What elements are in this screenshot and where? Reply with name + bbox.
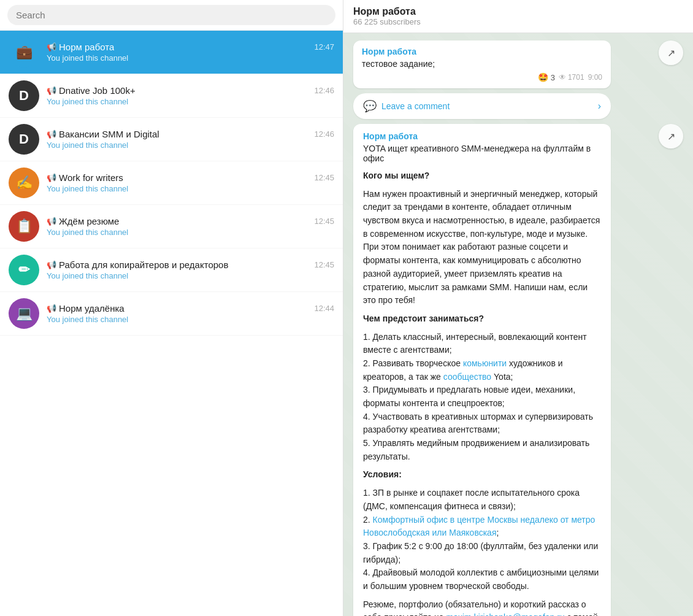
channel-info-work-writers: 📢Work for writers12:45You joined this ch… <box>47 172 334 193</box>
link-community[interactable]: комьюнити <box>463 358 507 368</box>
chat-panel: Норм работа 66 225 subscribers Норм рабо… <box>343 0 693 616</box>
channel-name-zhdem-rezyume: Ждём резюме <box>59 216 119 226</box>
megaphone-icon-dnative-job: 📢 <box>47 86 56 95</box>
message-card-1: Норм работа тестовое задание; 🤩 3 👁 1701… <box>353 40 611 88</box>
megaphone-icon-work-writers: 📢 <box>47 173 56 182</box>
msg-footer-1: 🤩 3 👁 1701 9:00 <box>362 72 602 82</box>
sidebar-item-vakansii-smm[interactable]: D📢Вакансии SMM и Digital12:46You joined … <box>0 118 343 161</box>
msg-teaser-1: тестовое задание; <box>362 59 602 69</box>
message-row-1: Норм работа тестовое задание; 🤩 3 👁 1701… <box>353 40 683 88</box>
chat-header: Норм работа 66 225 subscribers <box>343 0 693 33</box>
channel-avatar-dnative-job: D <box>9 80 39 111</box>
channel-header-work-writers: 📢Work for writers12:45 <box>47 172 334 183</box>
chevron-icon-1: › <box>598 101 601 112</box>
link-society[interactable]: сообщество <box>443 372 491 382</box>
channel-name-vakansii-smm: Вакансии SMM и Digital <box>59 129 159 139</box>
megaphone-icon-zhdem-rezyume: 📢 <box>47 217 56 226</box>
channel-time-dnative-job: 12:46 <box>314 86 334 95</box>
comment-bar-1[interactable]: 💬 Leave a comment › <box>353 93 611 119</box>
chat-subtitle: 66 225 subscribers <box>353 17 683 26</box>
channel-header-norm-udalenka: 📢Норм удалёнка12:44 <box>47 303 334 314</box>
link-office[interactable]: Комфортный офис в центре Москвы недалеко… <box>363 515 595 538</box>
channel-list: 💼📢Норм работа12:47You joined this channe… <box>0 31 343 616</box>
channel-avatar-rabota-copywriters: ✏ <box>9 255 39 285</box>
channel-time-zhdem-rezyume: 12:45 <box>314 217 334 226</box>
sidebar-item-norm-udalenka[interactable]: 💻📢Норм удалёнка12:44You joined this chan… <box>0 292 343 336</box>
channel-subtitle-work-writers: You joined this channel <box>47 184 334 193</box>
comment-icon-1: 💬 <box>363 99 377 113</box>
channel-name-dnative-job: Dnative Job 100k+ <box>59 85 136 96</box>
share-button-1[interactable]: ↗ <box>659 40 683 65</box>
msg-body-2: Кого мы ищем? Нам нужен проактивный и эн… <box>363 169 601 616</box>
search-input[interactable] <box>7 5 335 25</box>
msg-time-1: 9:00 <box>588 73 602 82</box>
megaphone-icon-rabota-copywriters: 📢 <box>47 260 56 269</box>
channel-info-norm-udalenka: 📢Норм удалёнка12:44You joined this chann… <box>47 303 334 324</box>
channel-header-zhdem-rezyume: 📢Ждём резюме12:45 <box>47 216 334 226</box>
channel-name-work-writers: Work for writers <box>59 172 123 183</box>
channel-avatar-norm-rabota: 💼 <box>9 37 39 67</box>
msg-top-1: Норм работа <box>362 47 602 56</box>
channel-subtitle-dnative-job: You joined this channel <box>47 97 334 106</box>
channel-time-rabota-copywriters: 12:45 <box>314 260 334 269</box>
eye-icon-1: 👁 <box>559 73 566 82</box>
channel-info-zhdem-rezyume: 📢Ждём резюме12:45You joined this channel <box>47 216 334 237</box>
channel-name-norm-udalenka: Норм удалёнка <box>59 303 124 314</box>
link-email[interactable]: maxim.kirichenko@megafon.ru <box>446 612 565 616</box>
msg-teaser-2: YOTA ищет креативного SMM-менеджера на ф… <box>363 144 601 163</box>
comment-bar-left-1: 💬 Leave a comment <box>363 99 450 113</box>
sidebar: 💼📢Норм работа12:47You joined this channe… <box>0 0 343 616</box>
message-card-2: Норм работа YOTA ищет креативного SMM-ме… <box>353 124 611 616</box>
channel-header-norm-rabota: 📢Норм работа12:47 <box>47 42 334 52</box>
channel-header-dnative-job: 📢Dnative Job 100k+12:46 <box>47 85 334 96</box>
channel-time-norm-rabota: 12:47 <box>314 42 334 52</box>
channel-name-rabota-copywriters: Работа для копирайтеров и редакторов <box>59 260 228 270</box>
channel-info-vakansii-smm: 📢Вакансии SMM и Digital12:46You joined t… <box>47 129 334 150</box>
sidebar-item-dnative-job[interactable]: D📢Dnative Job 100k+12:46You joined this … <box>0 74 343 118</box>
emoji-row-1: 🤩 3 <box>538 72 555 82</box>
channel-avatar-vakansii-smm: D <box>9 124 39 155</box>
chat-title: Норм работа <box>353 6 683 17</box>
megaphone-icon-norm-rabota: 📢 <box>47 42 56 52</box>
channel-avatar-work-writers: ✍ <box>9 167 39 198</box>
comment-bar-wrapper-1: 💬 Leave a comment › <box>353 93 611 119</box>
channel-avatar-zhdem-rezyume: 📋 <box>9 211 39 242</box>
channel-subtitle-vakansii-smm: You joined this channel <box>47 141 334 150</box>
sidebar-item-rabota-copywriters[interactable]: ✏📢Работа для копирайтеров и редакторов12… <box>0 248 343 292</box>
emoji-count-1: 3 <box>551 73 555 82</box>
emoji-icon-1: 🤩 <box>538 72 548 82</box>
msg-channel-name-1: Норм работа <box>362 47 416 56</box>
sidebar-item-zhdem-rezyume[interactable]: 📋📢Ждём резюме12:45You joined this channe… <box>0 205 343 248</box>
channel-time-norm-udalenka: 12:44 <box>314 304 334 313</box>
channel-avatar-norm-udalenka: 💻 <box>9 298 39 329</box>
search-bar <box>0 0 343 31</box>
channel-time-vakansii-smm: 12:46 <box>314 129 334 139</box>
channel-info-norm-rabota: 📢Норм работа12:47You joined this channel <box>47 42 334 63</box>
share-button-2[interactable]: ↗ <box>659 124 683 148</box>
comment-label-1: Leave a comment <box>381 101 450 111</box>
chat-messages: Норм работа тестовое задание; 🤩 3 👁 1701… <box>343 33 693 616</box>
channel-name-norm-rabota: Норм работа <box>59 42 114 52</box>
channel-header-rabota-copywriters: 📢Работа для копирайтеров и редакторов12:… <box>47 260 334 270</box>
channel-subtitle-rabota-copywriters: You joined this channel <box>47 271 334 280</box>
channel-subtitle-zhdem-rezyume: You joined this channel <box>47 228 334 237</box>
sidebar-item-norm-rabota[interactable]: 💼📢Норм работа12:47You joined this channe… <box>0 31 343 74</box>
channel-subtitle-norm-udalenka: You joined this channel <box>47 315 334 324</box>
sidebar-item-work-writers[interactable]: ✍📢Work for writers12:45You joined this c… <box>0 161 343 205</box>
channel-info-dnative-job: 📢Dnative Job 100k+12:46You joined this c… <box>47 85 334 106</box>
channel-time-work-writers: 12:45 <box>314 173 334 182</box>
channel-info-rabota-copywriters: 📢Работа для копирайтеров и редакторов12:… <box>47 260 334 280</box>
megaphone-icon-vakansii-smm: 📢 <box>47 129 56 139</box>
message-row-2: Норм работа YOTA ищет креативного SMM-ме… <box>353 124 683 616</box>
msg-views-1: 👁 1701 <box>559 73 584 82</box>
megaphone-icon-norm-udalenka: 📢 <box>47 304 56 313</box>
channel-subtitle-norm-rabota: You joined this channel <box>47 53 334 63</box>
msg-channel-name-2: Норм работа <box>363 131 601 141</box>
channel-header-vakansii-smm: 📢Вакансии SMM и Digital12:46 <box>47 129 334 139</box>
